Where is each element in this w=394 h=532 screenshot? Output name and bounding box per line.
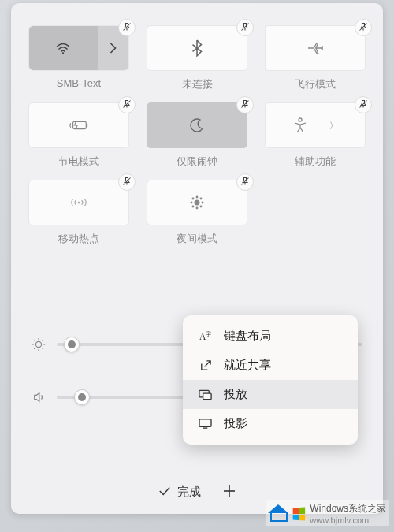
hotspot-icon bbox=[70, 195, 87, 210]
tile-focus-label: 仅限闹钟 bbox=[177, 154, 217, 169]
popup-item-label: 键盘布局 bbox=[224, 329, 271, 344]
tile-battery-wrap: 节电模式 bbox=[28, 102, 129, 169]
tile-accessibility-wrap: 〉 辅助功能 bbox=[265, 102, 366, 169]
tile-focus-wrap: 仅限闹钟 bbox=[147, 102, 247, 169]
popup-item-cast[interactable]: 投放 bbox=[183, 380, 358, 409]
bluetooth-icon bbox=[191, 39, 203, 57]
popup-item-label: 投影 bbox=[224, 416, 247, 431]
unpin-accessibility-button[interactable] bbox=[355, 96, 372, 113]
svg-point-0 bbox=[62, 52, 64, 54]
tile-hotspot[interactable] bbox=[28, 180, 129, 225]
moon-icon bbox=[189, 117, 205, 133]
tile-battery[interactable] bbox=[28, 102, 129, 148]
unpin-icon bbox=[122, 22, 132, 33]
done-label: 完成 bbox=[177, 485, 201, 500]
unpin-nightlight-button[interactable] bbox=[236, 173, 254, 191]
footer: 完成 bbox=[28, 472, 366, 500]
svg-line-29 bbox=[34, 348, 35, 349]
unpin-airplane-button[interactable] bbox=[355, 19, 372, 36]
svg-point-22 bbox=[35, 341, 41, 347]
nightlight-icon bbox=[189, 195, 205, 210]
svg-rect-5 bbox=[86, 124, 87, 127]
chevron-right-icon bbox=[110, 43, 117, 54]
tile-airplane[interactable] bbox=[265, 25, 366, 71]
unpin-icon bbox=[240, 99, 250, 110]
popup-item-nearby[interactable]: 就近共享 bbox=[183, 351, 358, 380]
svg-point-15 bbox=[202, 202, 203, 203]
tile-bluetooth-label: 未连接 bbox=[182, 77, 213, 91]
tile-accessibility[interactable]: 〉 bbox=[265, 102, 366, 148]
svg-point-18 bbox=[192, 206, 194, 207]
tile-wifi-label: SMB-Text bbox=[57, 77, 101, 89]
svg-point-14 bbox=[200, 198, 202, 199]
wifi-icon bbox=[55, 42, 71, 54]
svg-text:字: 字 bbox=[206, 331, 211, 337]
accessibility-icon bbox=[293, 117, 307, 133]
windows-logo-icon bbox=[293, 507, 305, 520]
unpin-bluetooth-button[interactable] bbox=[236, 19, 254, 36]
unpin-icon bbox=[359, 22, 368, 33]
svg-point-16 bbox=[200, 206, 202, 207]
battery-saver-icon bbox=[69, 119, 89, 132]
volume-thumb[interactable] bbox=[74, 389, 90, 405]
house-icon bbox=[269, 506, 288, 522]
popup-item-project[interactable]: 投影 bbox=[183, 409, 358, 438]
popup-item-label: 投放 bbox=[224, 387, 247, 402]
unpin-battery-button[interactable] bbox=[118, 96, 136, 113]
unpin-wifi-button[interactable] bbox=[118, 19, 136, 36]
unpin-icon bbox=[359, 99, 368, 110]
tile-focus[interactable] bbox=[147, 102, 247, 148]
unpin-focus-button[interactable] bbox=[236, 96, 254, 113]
svg-point-10 bbox=[78, 202, 80, 204]
svg-line-30 bbox=[43, 340, 43, 340]
unpin-icon bbox=[122, 177, 132, 188]
svg-point-13 bbox=[196, 196, 198, 198]
tile-wifi-toggle[interactable] bbox=[29, 26, 97, 70]
tile-nightlight-wrap: 夜间模式 bbox=[147, 180, 247, 246]
keyboard-layout-icon: A字 bbox=[197, 330, 213, 343]
tile-wifi[interactable] bbox=[28, 25, 129, 71]
unpin-hotspot-button[interactable] bbox=[118, 173, 136, 191]
watermark: Windows系统之家 www.bjmlv.com bbox=[266, 500, 389, 526]
tiles-grid: SMB-Text 未连接 bbox=[28, 25, 366, 246]
share-icon bbox=[197, 359, 213, 372]
plus-icon bbox=[223, 485, 236, 500]
airplane-icon bbox=[307, 40, 324, 56]
brightness-icon bbox=[32, 337, 46, 352]
popup-item-label: 就近共享 bbox=[224, 358, 271, 373]
svg-point-20 bbox=[192, 198, 194, 199]
volume-icon bbox=[32, 391, 46, 404]
done-button[interactable]: 完成 bbox=[158, 485, 201, 500]
unpin-icon bbox=[240, 177, 250, 188]
svg-line-28 bbox=[43, 348, 43, 349]
tile-accessibility-label: 辅助功能 bbox=[295, 154, 336, 169]
svg-line-27 bbox=[34, 340, 35, 340]
tile-airplane-wrap: 飞行模式 bbox=[265, 25, 366, 91]
tile-bluetooth[interactable] bbox=[147, 25, 247, 71]
svg-rect-36 bbox=[203, 393, 210, 400]
svg-rect-37 bbox=[199, 419, 211, 426]
project-icon bbox=[197, 418, 213, 430]
brightness-thumb[interactable] bbox=[64, 337, 80, 352]
svg-point-19 bbox=[191, 202, 192, 203]
watermark-text: Windows系统之家 www.bjmlv.com bbox=[310, 502, 386, 525]
unpin-icon bbox=[122, 99, 132, 110]
tile-hotspot-wrap: 移动热点 bbox=[28, 180, 129, 246]
add-popup: A字 键盘布局 就近共享 投放 投影 bbox=[183, 315, 358, 445]
tile-battery-label: 节电模式 bbox=[58, 154, 99, 169]
tile-nightlight[interactable] bbox=[147, 180, 247, 225]
check-icon bbox=[158, 485, 171, 499]
tile-wifi-wrap: SMB-Text bbox=[28, 25, 129, 91]
tile-nightlight-label: 夜间模式 bbox=[177, 232, 217, 246]
chevron-right-icon: 〉 bbox=[329, 120, 338, 132]
svg-point-12 bbox=[195, 200, 200, 206]
svg-point-17 bbox=[196, 207, 198, 209]
tile-airplane-label: 飞行模式 bbox=[295, 77, 336, 91]
tile-bluetooth-wrap: 未连接 bbox=[147, 25, 247, 91]
popup-item-keyboard[interactable]: A字 键盘布局 bbox=[183, 322, 358, 351]
tile-hotspot-label: 移动热点 bbox=[58, 232, 99, 246]
cast-icon bbox=[197, 389, 213, 401]
add-button[interactable] bbox=[223, 485, 236, 500]
unpin-icon bbox=[240, 22, 250, 33]
svg-point-8 bbox=[299, 118, 302, 121]
